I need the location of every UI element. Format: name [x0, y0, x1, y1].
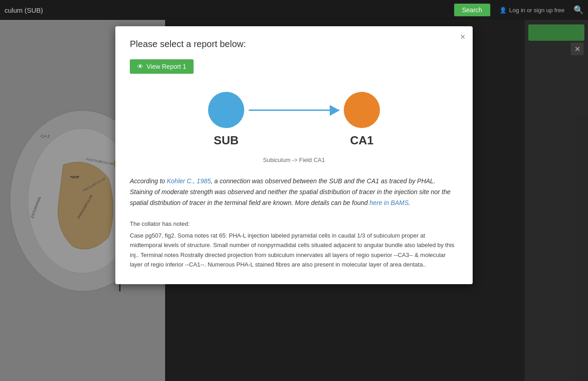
login-label: Log in or sign up free [509, 7, 564, 14]
user-icon: 👤 [499, 7, 507, 14]
connection-arrow [249, 110, 339, 111]
nav-login: 👤 Log in or sign up free [499, 7, 564, 14]
source-node-wrapper: SUB [208, 92, 244, 148]
desc-text-3: . [408, 199, 410, 206]
modal-overlay: × Please select a report below: 👁 View R… [0, 20, 588, 381]
collator-notes: The collator has noted: Case pg507, fig2… [130, 219, 458, 269]
search-button[interactable]: Search [454, 4, 490, 16]
collator-header: The collator has noted: [130, 219, 458, 229]
author-link[interactable]: Kohler C., 1985 [167, 177, 211, 185]
nav-title: culum (SUB) [5, 6, 43, 14]
target-node-label: CA1 [350, 133, 374, 148]
source-node-label: SUB [214, 133, 239, 148]
collator-body: Case pg507, fig2. Soma notes rat 65: PHA… [130, 231, 458, 270]
modal-title: Please select a report below: [130, 39, 458, 49]
target-node-circle [344, 92, 380, 128]
connection-diagram: SUB CA1 [130, 87, 458, 152]
target-node-wrapper: CA1 [344, 92, 380, 148]
eye-icon: 👁 [137, 63, 143, 70]
source-node-circle [208, 92, 244, 128]
desc-text-1: According to [130, 177, 167, 185]
modal-dialog: × Please select a report below: 👁 View R… [115, 26, 473, 284]
top-nav: culum (SUB) Search 👤 Log in or sign up f… [0, 0, 588, 20]
view-report-label: View Report 1 [147, 63, 186, 70]
magnify-icon[interactable]: 🔍 [574, 5, 583, 15]
connection-subtitle: Subiculum -> Field CA1 [130, 157, 458, 163]
description-text: According to Kohler C., 1985, a connecti… [130, 176, 458, 208]
view-report-button[interactable]: 👁 View Report 1 [130, 59, 194, 74]
modal-close-button[interactable]: × [460, 32, 465, 42]
bams-link[interactable]: here in BAMS [370, 199, 408, 206]
arrow-line [249, 110, 339, 111]
